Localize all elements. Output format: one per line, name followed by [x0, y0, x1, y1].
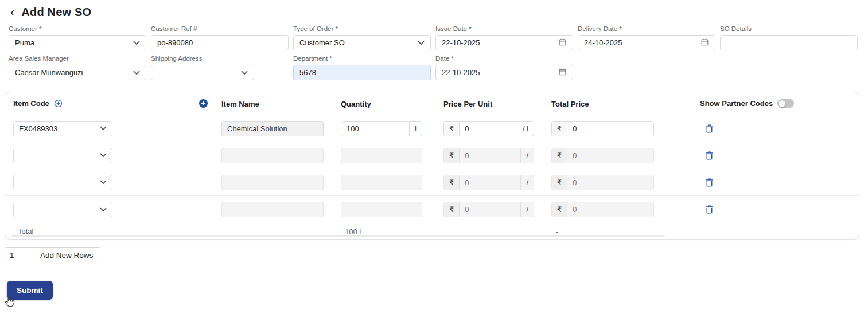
field-area-sales-manager: Area Sales Manager Caesar Munwanguzi	[9, 55, 146, 80]
item-row-2: ₹0/ ₹0	[5, 142, 859, 169]
back-icon[interactable]: ‹	[9, 6, 15, 19]
item-code-select[interactable]: FX0489303	[13, 121, 112, 136]
submit-button[interactable]: Submit	[7, 281, 53, 300]
department-box	[293, 65, 431, 80]
item-name-value	[222, 202, 232, 217]
issue-date-input[interactable]: 22-10-2025	[435, 35, 573, 50]
quantity-field	[341, 175, 422, 190]
department-input[interactable]	[299, 68, 425, 77]
item-code-value	[14, 148, 24, 163]
delete-row-icon[interactable]	[704, 150, 714, 161]
chevron-down-icon	[133, 41, 140, 45]
rupee-icon: ₹	[552, 148, 567, 163]
item-code-header: Item Code	[13, 99, 49, 108]
customer-select[interactable]: Puma	[9, 35, 146, 50]
item-row-3: ₹0/ ₹0	[5, 169, 859, 196]
show-partner-codes-toggle[interactable]	[777, 99, 794, 108]
row-count-input[interactable]	[5, 247, 33, 263]
field-date: Date * 22-10-2025	[435, 55, 573, 80]
add-new-rows-button[interactable]: Add New Rows	[33, 247, 100, 263]
quantity-unit: l	[409, 122, 422, 136]
field-type-of-order: Type of Order * Customer SO	[293, 25, 431, 50]
price-per-unit-value: 0	[460, 148, 520, 163]
item-code-select[interactable]	[13, 148, 112, 163]
item-code-add-icon[interactable]	[54, 99, 63, 108]
so-details-label: SO Details	[720, 25, 858, 32]
field-shipping-address: Shipping Address	[151, 55, 289, 80]
total-price-value: 0	[567, 122, 653, 136]
delivery-date-label: Delivery Date *	[578, 25, 715, 32]
type-of-order-label: Type of Order *	[293, 25, 431, 32]
calendar-icon[interactable]	[558, 68, 567, 78]
shipping-address-label: Shipping Address	[151, 55, 289, 62]
page-header: ‹ Add New SO	[9, 6, 91, 19]
price-per-unit-field[interactable]: ₹0/ l	[443, 121, 534, 136]
item-row-4: ₹0/ ₹0	[5, 196, 859, 223]
field-issue-date: Issue Date * 22-10-2025	[435, 25, 573, 50]
price-per-unit-field: ₹0/	[443, 175, 534, 190]
delivery-date-input[interactable]: 24-10-2025	[578, 35, 715, 50]
quantity-field[interactable]: 100l	[341, 121, 422, 136]
total-price-field: ₹0	[551, 202, 654, 217]
row-adder: Add New Rows	[5, 247, 100, 263]
customer-ref-input[interactable]	[157, 38, 282, 47]
price-per-unit-field: ₹0/	[443, 148, 534, 163]
price-per-unit-value: 0	[460, 122, 517, 136]
price-per-unit-value: 0	[460, 175, 520, 190]
customer-ref-label: Customer Ref #	[151, 25, 289, 32]
field-so-details: SO Details	[720, 25, 858, 50]
item-code-select[interactable]	[13, 202, 112, 217]
calendar-icon[interactable]	[558, 38, 567, 48]
quantity-value	[341, 202, 422, 217]
delete-row-icon[interactable]	[704, 204, 714, 215]
rupee-icon: ₹	[444, 202, 460, 217]
customer-value: Puma	[15, 38, 34, 47]
area-sales-manager-select[interactable]: Caesar Munwanguzi	[9, 65, 146, 80]
type-of-order-select[interactable]: Customer SO	[293, 35, 431, 50]
type-of-order-value: Customer SO	[299, 38, 345, 47]
date-value: 22-10-2025	[442, 68, 480, 77]
rupee-icon: ₹	[552, 175, 567, 190]
calendar-icon[interactable]	[700, 38, 709, 48]
rupee-icon: ₹	[444, 175, 460, 190]
total-price-field: ₹0	[551, 148, 654, 163]
item-code-value: FX0489303	[14, 122, 63, 136]
item-code-value	[14, 175, 24, 190]
rupee-icon: ₹	[444, 148, 460, 163]
quantity-value	[341, 148, 422, 163]
total-price-value: 0	[567, 202, 653, 217]
chevron-down-icon	[133, 70, 140, 75]
total-price-header: Total Price	[551, 100, 589, 108]
so-details-input[interactable]	[726, 38, 851, 47]
issue-date-value: 22-10-2025	[442, 38, 480, 47]
total-price-value: 0	[567, 175, 653, 190]
item-name-value	[222, 148, 232, 163]
delete-row-icon[interactable]	[704, 123, 714, 134]
add-item-row-button[interactable]	[199, 99, 208, 108]
item-name-value	[222, 175, 232, 190]
item-code-value	[14, 202, 24, 217]
item-name-value: Chemical Solution	[222, 122, 293, 136]
customer-ref-box	[151, 35, 289, 50]
rupee-icon: ₹	[444, 122, 460, 136]
total-price-value: 0	[567, 148, 653, 163]
item-name-field	[221, 175, 324, 190]
item-code-select[interactable]	[13, 175, 112, 190]
price-unit-suffix: /	[520, 175, 534, 190]
quantity-field	[341, 202, 422, 217]
shipping-address-select[interactable]	[151, 65, 254, 80]
total-price-field: ₹0	[551, 121, 654, 136]
field-delivery-date: Delivery Date * 24-10-2025	[578, 25, 715, 50]
item-name-field: Chemical Solution	[221, 121, 324, 136]
delete-row-icon[interactable]	[704, 177, 714, 188]
department-label: Department *	[293, 55, 431, 62]
item-row-1: FX0489303 Chemical Solution 100l ₹0/ l ₹…	[5, 115, 859, 142]
rupee-icon: ₹	[552, 122, 567, 136]
total-price-field: ₹0	[551, 175, 654, 190]
delivery-date-value: 24-10-2025	[584, 38, 622, 47]
field-department: Department *	[293, 55, 431, 80]
date-input[interactable]: 22-10-2025	[435, 65, 573, 80]
horizontal-scrollbar[interactable]	[11, 235, 665, 237]
price-per-unit-value: 0	[460, 202, 520, 217]
items-table-header: Item Code Item Name Quantity Price Per U…	[5, 92, 859, 115]
